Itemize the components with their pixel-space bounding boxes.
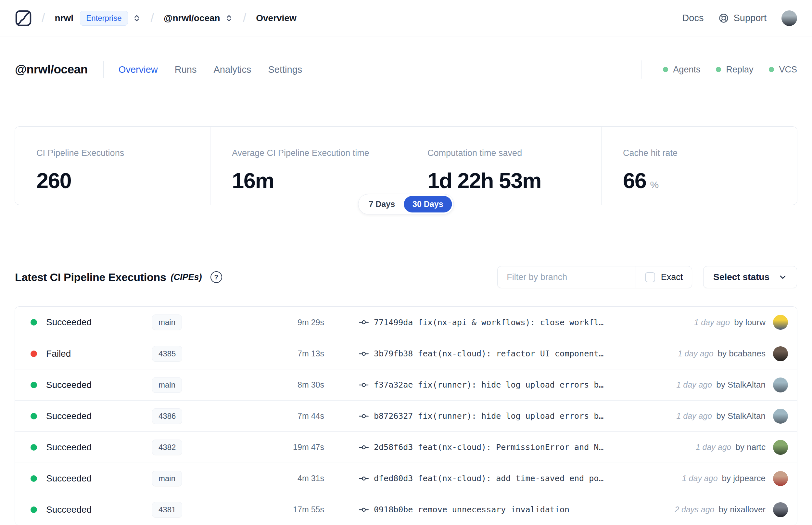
branch-filter-input[interactable] <box>497 266 635 288</box>
integration-agents[interactable]: Agents <box>663 65 700 75</box>
commit-sha: 3b79fb38 <box>374 349 413 358</box>
integration-replay[interactable]: Replay <box>716 65 753 75</box>
time-ago: 1 day ago <box>676 380 712 390</box>
cipe-row[interactable]: Succeeded main 9m 29s 771499da fix(nx-ap… <box>15 307 797 338</box>
branch-chip[interactable]: main <box>152 377 182 393</box>
stat-label: Computation time saved <box>427 148 592 158</box>
date-range-toggle: 7 Days 30 Days <box>358 194 454 214</box>
workspace-unfold-icon[interactable] <box>225 14 233 22</box>
exact-toggle: Exact <box>635 266 692 288</box>
stat-label: Average CI Pipeline Execution time <box>232 148 396 158</box>
git-commit-icon <box>358 411 369 421</box>
time-ago: 1 day ago <box>682 474 718 483</box>
duration: 9m 29s <box>242 318 324 327</box>
tab-settings[interactable]: Settings <box>268 64 302 75</box>
status-label: Succeeded <box>46 411 92 421</box>
branch-chip[interactable]: 4386 <box>152 408 182 424</box>
workspace-header-right: Agents Replay VCS <box>641 60 797 79</box>
lifebuoy-icon <box>718 13 729 24</box>
status-cell: Succeeded <box>31 473 145 484</box>
nx-logo[interactable] <box>15 10 32 27</box>
status-dot <box>31 350 37 357</box>
git-commit-icon <box>358 473 369 484</box>
status-dot <box>31 319 37 326</box>
status-dot <box>31 413 37 419</box>
commit-message: feat(nx-cloud): PermissionError and N… <box>418 442 603 452</box>
time-ago: 1 day ago <box>678 349 714 358</box>
cipe-controls: Exact Select status <box>497 266 797 288</box>
author: by lourw <box>734 317 766 328</box>
top-nav-actions: Docs Support <box>682 10 797 26</box>
author-avatar <box>773 409 788 424</box>
commit-cell: 2d58f6d3 feat(nx-cloud): PermissionError… <box>358 442 683 452</box>
duration: 7m 13s <box>242 349 324 358</box>
meta-cell: 1 day ago by StalkAltan <box>676 377 788 392</box>
org-unfold-icon[interactable] <box>133 14 141 22</box>
status-dot <box>31 475 37 482</box>
branch-chip[interactable]: main <box>152 471 182 486</box>
commit-message: feat(nx-cloud): add time-saved end po… <box>418 474 603 483</box>
status-select-label: Select status <box>713 272 769 282</box>
branch-chip[interactable]: 4385 <box>152 346 182 362</box>
docs-link[interactable]: Docs <box>682 13 704 24</box>
time-ago: 2 days ago <box>675 505 714 514</box>
workspace-name[interactable]: @nrwl/ocean <box>164 13 220 24</box>
branch-chip[interactable]: 4382 <box>152 439 182 455</box>
breadcrumb-separator: / <box>243 11 246 25</box>
author-avatar <box>773 440 788 455</box>
cipe-table-body: Succeeded main 9m 29s 771499da fix(nx-ap… <box>15 306 797 525</box>
stat-card-cache-hit-rate: Cache hit rate 66 % <box>601 127 797 205</box>
cipe-row[interactable]: Succeeded 4382 19m 47s 2d58f6d3 feat(nx-… <box>15 432 797 463</box>
support-link[interactable]: Support <box>718 13 767 24</box>
cipe-row[interactable]: Succeeded 4381 17m 55s 0918b0be remove u… <box>15 494 797 525</box>
branch-chip[interactable]: 4381 <box>152 502 182 518</box>
time-ago: 1 day ago <box>694 318 730 327</box>
org-name[interactable]: nrwl <box>55 13 74 24</box>
integration-label: VCS <box>779 65 797 75</box>
author: by StalkAltan <box>716 411 766 421</box>
stat-card-ci-pipeline-executions: CI Pipeline Executions 260 <box>15 127 211 205</box>
page-crumb: Overview <box>256 13 296 24</box>
tab-runs[interactable]: Runs <box>175 64 197 75</box>
commit-sha: 0918b0be <box>374 505 413 514</box>
integration-vcs[interactable]: VCS <box>769 65 797 75</box>
stat-label: Cache hit rate <box>623 148 787 158</box>
cipe-row[interactable]: Succeeded 4386 7m 44s b8726327 fix(runne… <box>15 400 797 432</box>
meta-cell: 1 day ago by lourw <box>694 315 788 330</box>
tab-overview[interactable]: Overview <box>119 64 158 75</box>
divider <box>641 60 642 79</box>
commit-sha: 771499da <box>374 318 413 327</box>
status-label: Succeeded <box>46 473 92 484</box>
git-commit-icon <box>358 442 369 452</box>
duration: 4m 31s <box>242 474 324 483</box>
workspace-title: @nrwl/ocean <box>15 63 88 76</box>
stat-card-computation-time-saved: Computation time saved 1d 22h 53m <box>406 127 601 205</box>
tab-analytics[interactable]: Analytics <box>213 64 251 75</box>
cipe-row[interactable]: Succeeded main 4m 31s dfed80d3 feat(nx-c… <box>15 463 797 494</box>
help-icon[interactable]: ? <box>211 271 222 283</box>
exact-checkbox[interactable] <box>645 272 655 282</box>
workspace-header: @nrwl/ocean Overview Runs Analytics Sett… <box>0 60 812 79</box>
duration: 17m 55s <box>242 505 324 514</box>
user-avatar[interactable] <box>781 10 797 26</box>
author: by nixallover <box>718 505 766 515</box>
stat-card-average-execution-time: Average CI Pipeline Execution time 16m <box>211 127 406 205</box>
status-cell: Succeeded <box>31 442 145 452</box>
workspace-tabs: Overview Runs Analytics Settings <box>119 64 302 75</box>
exact-label[interactable]: Exact <box>661 272 683 282</box>
range-7-days[interactable]: 7 Days <box>360 196 404 212</box>
time-ago: 1 day ago <box>676 411 712 421</box>
range-30-days[interactable]: 30 Days <box>404 196 452 212</box>
status-cell: Failed <box>31 349 145 359</box>
cipe-row[interactable]: Succeeded main 8m 30s f37a32ae fix(runne… <box>15 369 797 400</box>
status-cell: Succeeded <box>31 411 145 421</box>
branch-cell: main <box>145 377 242 393</box>
commit-cell: 3b79fb38 feat(nx-cloud): refactor UI com… <box>358 349 665 359</box>
branch-chip[interactable]: main <box>152 314 182 330</box>
meta-cell: 2 days ago by nixallover <box>675 502 788 517</box>
cipe-row[interactable]: Failed 4385 7m 13s 3b79fb38 feat(nx-clou… <box>15 338 797 369</box>
duration: 7m 44s <box>242 411 324 421</box>
status-select[interactable]: Select status <box>703 266 797 288</box>
duration: 8m 30s <box>242 380 324 390</box>
git-commit-icon <box>358 349 369 359</box>
